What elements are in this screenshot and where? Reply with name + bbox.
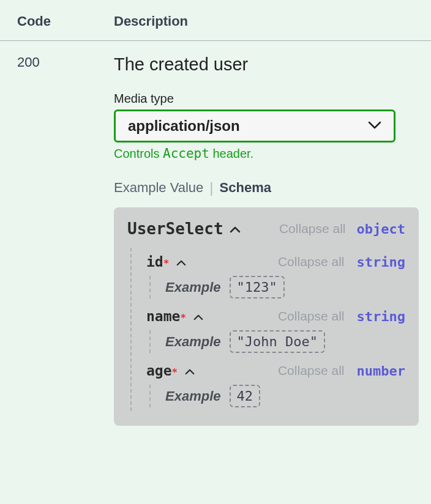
accept-header-hint: Controls Accept header. <box>114 146 419 161</box>
schema-root: UserSelect Collapse all object <box>127 220 405 238</box>
header-description-label: Description <box>114 13 188 29</box>
example-value: "123" <box>230 276 285 298</box>
field-name: id <box>146 254 163 270</box>
required-indicator: * <box>180 312 186 324</box>
schema-name: UserSelect <box>127 220 223 238</box>
example-schema-tabs: Example Value | Schema <box>114 179 419 196</box>
tab-schema[interactable]: Schema <box>220 180 271 196</box>
collapse-all-button[interactable]: Collapse all <box>278 363 345 378</box>
response-row: 200 The created user Media type applicat… <box>0 41 431 426</box>
schema-field: name* Collapse all string Example "John … <box>146 302 405 357</box>
caret-up-icon[interactable] <box>230 223 241 235</box>
required-indicator: * <box>163 258 170 269</box>
collapse-all-button[interactable]: Collapse all <box>279 221 346 236</box>
field-name: name <box>146 308 180 324</box>
response-code: 200 <box>17 54 114 426</box>
header-code-label: Code <box>17 13 114 29</box>
schema-field: age* Collapse all number Example 42 <box>146 357 405 411</box>
caret-up-icon[interactable] <box>176 256 186 269</box>
example-value: 42 <box>230 385 261 407</box>
response-description: The created user <box>114 54 419 75</box>
field-name: age <box>146 363 172 379</box>
tab-example-value[interactable]: Example Value <box>114 180 203 196</box>
example-value: "John Doe" <box>230 330 325 353</box>
media-type-label: Media type <box>114 92 419 106</box>
caret-up-icon[interactable] <box>193 310 203 323</box>
collapse-all-button[interactable]: Collapse all <box>278 254 345 269</box>
schema-field: id* Collapse all string Example "123" <box>146 248 405 302</box>
media-type-select[interactable]: application/json <box>114 109 395 143</box>
required-indicator: * <box>172 366 178 378</box>
schema-box: UserSelect Collapse all object id* <box>114 207 419 426</box>
chevron-down-icon <box>368 120 381 133</box>
responses-header-row: Code Description <box>0 0 431 41</box>
field-type: number <box>357 363 405 379</box>
example-label: Example <box>165 334 221 350</box>
tab-divider: | <box>209 179 213 196</box>
example-label: Example <box>165 280 221 295</box>
field-type: string <box>357 254 405 270</box>
caret-up-icon[interactable] <box>185 365 195 377</box>
field-type: string <box>357 309 405 324</box>
schema-type: object <box>357 221 405 237</box>
schema-fields: id* Collapse all string Example "123" <box>130 248 405 411</box>
media-type-value: application/json <box>128 117 240 135</box>
collapse-all-button[interactable]: Collapse all <box>278 309 345 324</box>
example-label: Example <box>165 388 221 404</box>
